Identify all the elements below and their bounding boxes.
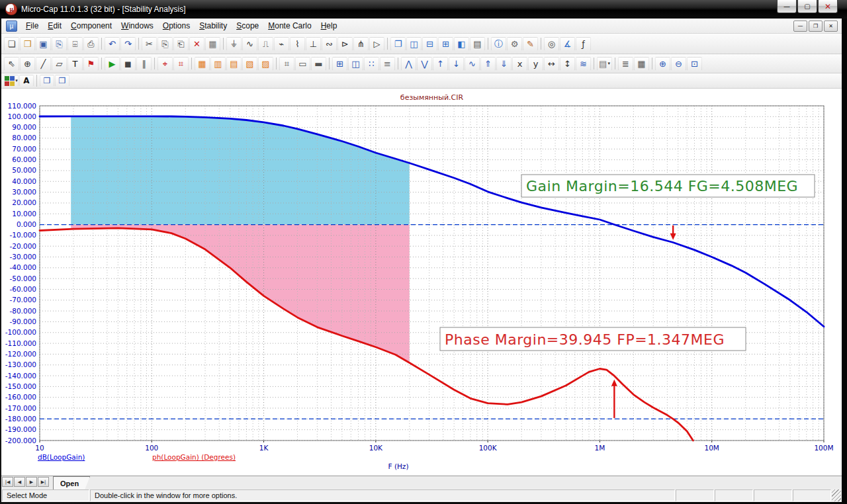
- tile-horizontal-button[interactable]: ⊟: [422, 37, 437, 51]
- next-page-button[interactable]: ▶: [26, 477, 37, 487]
- text-mode-button[interactable]: T: [67, 57, 83, 71]
- graphics-mode-button[interactable]: ▱: [52, 57, 67, 71]
- powers-button[interactable]: ▧: [242, 57, 257, 71]
- stepping-button[interactable]: ▦: [205, 37, 220, 51]
- first-page-button[interactable]: |◀: [2, 477, 13, 487]
- find-button[interactable]: ◎: [544, 37, 559, 51]
- resize-grip[interactable]: [832, 489, 841, 501]
- info-button[interactable]: ⓘ: [491, 37, 506, 51]
- stop-button[interactable]: ◼: [120, 57, 136, 71]
- global-high-button[interactable]: ⇑: [480, 57, 496, 71]
- calculator-button[interactable]: ▤: [470, 37, 485, 51]
- title-bar[interactable]: µ Micro-Cap 11.0.1.3 (32 bit) - [Stabili…: [0, 0, 847, 19]
- prev-page-button[interactable]: ◀: [14, 477, 25, 487]
- copy-window-button[interactable]: ❐: [55, 75, 69, 87]
- menu-edit[interactable]: Edit: [43, 19, 66, 32]
- minimize-button[interactable]: —: [777, 0, 797, 13]
- inductor-button[interactable]: ∾: [322, 37, 337, 51]
- menu-scope[interactable]: Scope: [232, 19, 263, 32]
- node-voltages-button[interactable]: ▥: [210, 57, 226, 71]
- add-scope-button[interactable]: ◫: [348, 57, 363, 71]
- component-mode-button[interactable]: ⊕: [20, 57, 35, 71]
- tag-vertical-button[interactable]: ↕: [560, 57, 575, 71]
- paste-button[interactable]: ⎗: [173, 37, 189, 51]
- go-to-y-button[interactable]: y: [528, 57, 543, 71]
- gain-margin-label[interactable]: Gain Margin=16.544 FG=4.508MEG: [521, 175, 815, 197]
- capacitor-button[interactable]: ⊥: [306, 37, 321, 51]
- menu-stability[interactable]: Stability: [195, 19, 232, 32]
- battery-button[interactable]: ⌁: [274, 37, 289, 51]
- last-page-button[interactable]: ▶|: [38, 477, 49, 487]
- tag-horizontal-button[interactable]: ↔: [544, 57, 559, 71]
- three-d-windows-button[interactable]: ▦: [634, 57, 649, 71]
- peak-button[interactable]: ⋀: [401, 57, 416, 71]
- properties-dialog-button[interactable]: ⊞: [332, 57, 347, 71]
- new-file-button[interactable]: ❏: [4, 37, 19, 51]
- delete-button[interactable]: ✕: [189, 37, 204, 51]
- document-icon[interactable]: µ: [6, 21, 17, 32]
- print-preview-button[interactable]: ⌹: [67, 37, 83, 51]
- run-button[interactable]: ▶: [105, 57, 120, 71]
- high-button[interactable]: ↑: [433, 57, 448, 71]
- overlap-windows-button[interactable]: ⊞: [438, 37, 453, 51]
- zoom-select-button[interactable]: ⊡: [687, 57, 702, 71]
- app-icon[interactable]: µ: [5, 3, 17, 15]
- properties-button[interactable]: ∡: [560, 37, 575, 51]
- print-button[interactable]: ⎙: [83, 37, 99, 51]
- save-file-button[interactable]: ▣: [36, 37, 51, 51]
- title-toggle-button[interactable]: ▬: [311, 57, 326, 71]
- component-editor-button[interactable]: ⚙: [507, 37, 522, 51]
- font-button[interactable]: A: [19, 75, 34, 87]
- zoom-out-button[interactable]: ⊖: [671, 57, 686, 71]
- flag-mode-button[interactable]: ⚑: [83, 57, 99, 71]
- color-picker-button[interactable]: ▾: [4, 75, 19, 87]
- grid-toggle-button[interactable]: ⌗: [279, 57, 294, 71]
- copy-to-clipboard-button[interactable]: ❐: [40, 75, 54, 87]
- plot-window[interactable]: Gain Margin=16.544 FG=4.508MEGPhase Marg…: [1, 89, 842, 476]
- menu-options[interactable]: Options: [158, 19, 195, 32]
- low-button[interactable]: ↓: [449, 57, 464, 71]
- mdi-restore-button[interactable]: ❐: [809, 21, 823, 32]
- resistor-button[interactable]: ⌇: [290, 37, 305, 51]
- ground-component-button[interactable]: ⏚: [226, 37, 242, 51]
- redo-button[interactable]: ↷: [120, 37, 136, 51]
- sine-source-button[interactable]: ∿: [242, 37, 257, 51]
- probe-voltage-button[interactable]: ⌖: [157, 57, 173, 71]
- tab-open[interactable]: Open: [53, 476, 90, 489]
- pulse-source-button[interactable]: ⎍: [258, 37, 273, 51]
- tile-vertical-button[interactable]: ◫: [406, 37, 422, 51]
- menu-file[interactable]: File: [21, 19, 43, 32]
- transistor-button[interactable]: ⋔: [353, 37, 369, 51]
- formula-button[interactable]: ƒ: [576, 37, 591, 51]
- menu-monte-carlo[interactable]: Monte Carlo: [263, 19, 316, 32]
- go-to-x-button[interactable]: x: [512, 57, 527, 71]
- menu-component[interactable]: Component: [66, 19, 116, 32]
- pause-button[interactable]: ∥: [136, 57, 152, 71]
- mdi-minimize-button[interactable]: —: [793, 21, 807, 32]
- split-window-button[interactable]: ◧: [454, 37, 469, 51]
- undo-button[interactable]: ↶: [105, 37, 120, 51]
- inflection-button[interactable]: ∿: [465, 57, 480, 71]
- phase-margin-label[interactable]: Phase Margin=39.945 FP=1.347MEG: [440, 327, 746, 351]
- global-low-button[interactable]: ⇓: [496, 57, 512, 71]
- data-points-button[interactable]: ∷: [364, 57, 379, 71]
- conditions-button[interactable]: ▨: [258, 57, 273, 71]
- probe-current-button[interactable]: ⌗: [173, 57, 189, 71]
- wire-mode-button[interactable]: ╱: [36, 57, 51, 71]
- performance-tag-button[interactable]: ≋: [576, 57, 591, 71]
- maximize-button[interactable]: ▢: [797, 0, 817, 13]
- numeric-output-button[interactable]: ≣: [618, 57, 633, 71]
- currents-button[interactable]: ▤: [226, 57, 242, 71]
- node-numbers-button[interactable]: ▦: [195, 57, 210, 71]
- save-as-button[interactable]: ⎘: [52, 37, 67, 51]
- open-file-button[interactable]: ❒: [20, 37, 35, 51]
- cascade-windows-button[interactable]: ❐: [390, 37, 406, 51]
- border-toggle-button[interactable]: ▭: [295, 57, 310, 71]
- phase-curve-legend[interactable]: ph(LoopGain) (Degrees): [152, 453, 236, 461]
- shape-editor-button[interactable]: ✎: [523, 37, 538, 51]
- gain-curve-legend[interactable]: dB(LoopGain): [38, 453, 85, 461]
- cut-button[interactable]: ✂: [142, 37, 157, 51]
- diode-button[interactable]: ⊳: [337, 37, 353, 51]
- select-mode-button[interactable]: ⇖: [4, 57, 19, 71]
- menu-help[interactable]: Help: [316, 19, 342, 32]
